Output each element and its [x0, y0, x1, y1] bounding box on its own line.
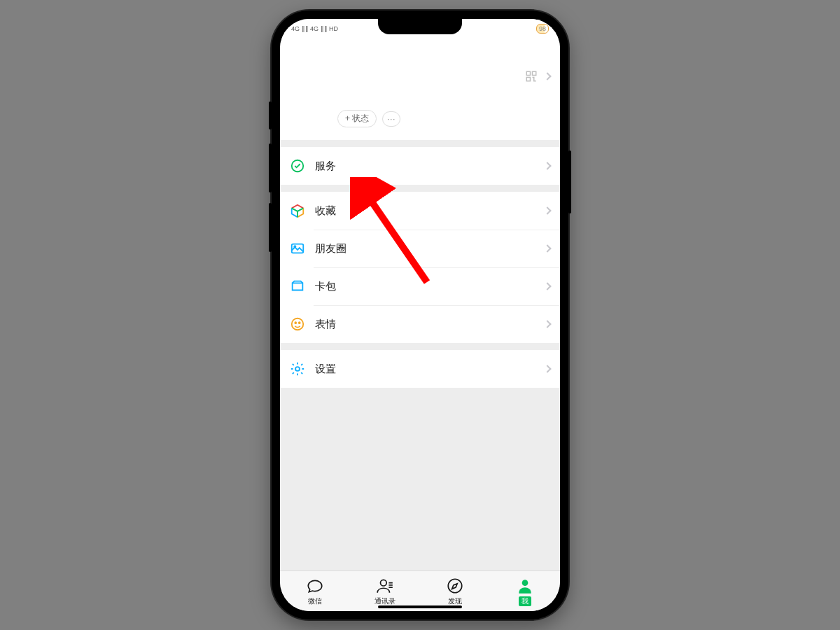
chevron-right-icon: [543, 282, 551, 290]
status-battery: 98: [536, 24, 549, 34]
chevron-right-icon: [543, 365, 551, 372]
phone-volume-down: [269, 203, 272, 252]
menu-item-moments[interactable]: 朋友圈: [280, 230, 560, 267]
battery-icon: 98: [536, 24, 549, 34]
menu-item-cards[interactable]: 卡包: [280, 267, 560, 305]
cards-icon: [290, 279, 305, 294]
svg-rect-1: [533, 71, 536, 75]
svg-rect-0: [526, 71, 530, 75]
menu-label: 收藏: [315, 204, 545, 218]
menu-item-settings[interactable]: 设置: [280, 350, 560, 388]
phone-power-button: [568, 150, 571, 214]
qr-code-icon[interactable]: [525, 70, 538, 83]
menu-label: 卡包: [315, 280, 545, 293]
tab-chats[interactable]: 微信: [280, 571, 350, 611]
menu-label: 服务: [315, 160, 545, 173]
menu-item-stickers[interactable]: 表情: [280, 305, 560, 343]
menu-label: 表情: [315, 318, 545, 331]
chevron-right-icon: [543, 206, 551, 214]
svg-point-12: [522, 580, 528, 586]
svg-point-10: [381, 580, 387, 586]
screen: 4G ‖‖ 4G ‖‖ HD 10:26 98 + 状态: [280, 19, 560, 611]
status-signal: 4G ‖‖ 4G ‖‖ HD: [291, 25, 338, 32]
phone-notch: [378, 19, 462, 34]
tab-label: 发现: [448, 596, 462, 606]
chevron-right-icon: [543, 244, 551, 252]
svg-point-9: [295, 367, 300, 371]
svg-point-8: [299, 322, 300, 323]
phone-frame: 4G ‖‖ 4G ‖‖ HD 10:26 98 + 状态: [272, 10, 568, 620]
svg-point-11: [448, 579, 462, 593]
tab-label: 微信: [308, 596, 322, 606]
menu-label: 朋友圈: [315, 242, 545, 255]
home-indicator: [378, 606, 462, 608]
favorites-icon: [290, 203, 305, 218]
phone-side-button: [269, 102, 272, 130]
menu-item-services[interactable]: 服务: [280, 147, 560, 185]
add-status-button[interactable]: + 状态: [337, 110, 377, 127]
me-icon: [516, 577, 534, 595]
status-button-row: + 状态 ···: [337, 110, 550, 127]
profile-row[interactable]: [290, 43, 550, 110]
chevron-right-icon: [543, 162, 551, 169]
svg-rect-2: [526, 78, 530, 81]
tab-me[interactable]: 我: [490, 571, 560, 611]
menu-item-favorites[interactable]: 收藏: [280, 192, 560, 230]
tab-label: 通讯录: [374, 596, 396, 606]
moments-icon: [290, 241, 305, 256]
svg-point-5: [294, 246, 295, 247]
phone-volume-up: [269, 144, 272, 192]
stickers-icon: [290, 316, 305, 332]
section-gap: [280, 140, 560, 147]
chevron-right-icon: [543, 320, 551, 328]
settings-icon: [290, 361, 305, 377]
status-more-button[interactable]: ···: [382, 111, 400, 127]
svg-point-7: [295, 322, 296, 323]
services-icon: [290, 158, 305, 174]
tab-label: 我: [519, 596, 531, 606]
svg-point-6: [292, 318, 304, 330]
discover-icon: [446, 577, 464, 595]
section-gap: [280, 185, 560, 192]
section-gap: [280, 343, 560, 350]
contacts-icon: [376, 577, 394, 595]
profile-header: + 状态 ···: [280, 37, 560, 140]
chat-icon: [306, 577, 324, 595]
chevron-right-icon: [543, 72, 551, 80]
menu-label: 设置: [315, 363, 545, 376]
